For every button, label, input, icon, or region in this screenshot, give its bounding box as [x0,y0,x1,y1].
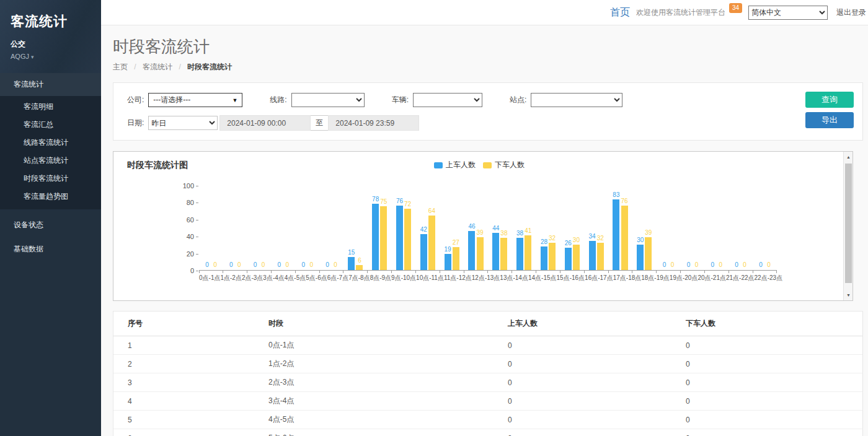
bar-column[interactable]: 0 [324,261,331,270]
bar-column[interactable]: 32 [549,235,556,270]
bar-column[interactable]: 0 [733,261,740,270]
legend-item-boarding[interactable]: 上车人数 [434,160,476,170]
bar[interactable] [380,206,387,270]
bar-column[interactable]: 39 [645,229,652,270]
sidebar-item[interactable]: 客流明细 [0,98,101,116]
breadcrumb-section[interactable]: 客流统计 [143,63,172,71]
bar-column[interactable]: 0 [300,261,307,270]
bar-column[interactable]: 19 [445,246,451,270]
bar-column[interactable]: 26 [565,240,572,270]
bar-column[interactable]: 0 [742,261,748,270]
bar[interactable] [613,199,619,270]
bar-column[interactable]: 83 [613,191,619,270]
bar-column[interactable]: 28 [541,238,547,270]
bar-column[interactable]: 38 [516,230,523,270]
bar[interactable] [549,243,556,270]
legend-item-alighting[interactable]: 下车人数 [483,160,525,170]
sidebar-item[interactable]: 站点客流统计 [0,152,101,170]
bar-column[interactable]: 46 [468,223,475,270]
company-select[interactable]: ---请选择--- ▼ [148,93,242,107]
scrollbar-thumb[interactable] [845,164,852,283]
user-menu[interactable]: AQGJ▾ [11,53,101,60]
bar-column[interactable]: 0 [709,261,716,270]
sidebar-group-0[interactable]: 客流统计 [0,73,101,96]
bar-column[interactable]: 0 [757,261,764,270]
breadcrumb-home[interactable]: 主页 [113,63,128,71]
bar[interactable] [428,216,435,270]
bar-column[interactable]: 0 [332,261,339,270]
bar-column[interactable]: 0 [211,261,218,270]
date-preset-select[interactable]: 昨日 [148,116,218,130]
bar-column[interactable]: 0 [260,261,267,270]
sidebar-item[interactable]: 设备状态 [0,213,101,237]
bar-column[interactable]: 34 [589,233,596,270]
bar-column[interactable]: 32 [597,235,604,270]
bar-column[interactable]: 64 [428,207,435,270]
bar[interactable] [565,248,572,270]
bar-column[interactable]: 0 [236,261,242,270]
bar[interactable] [348,257,355,270]
date-to-input[interactable] [328,115,419,131]
bar-column[interactable]: 30 [573,237,580,270]
bar-column[interactable]: 0 [685,261,692,270]
bar[interactable] [468,231,475,270]
home-link[interactable]: 首页 [610,6,630,19]
bar[interactable] [573,245,580,270]
bar[interactable] [500,238,507,270]
bar[interactable] [492,233,499,270]
bar[interactable] [396,206,403,270]
scroll-up-arrow-icon[interactable]: ▲ [844,152,853,162]
chart-scrollbar[interactable]: ▲ ▼ [843,152,852,300]
bar-column[interactable]: 44 [492,225,499,270]
bar-column[interactable]: 0 [203,261,210,270]
bar[interactable] [516,238,523,270]
bar-column[interactable]: 38 [500,230,507,270]
vehicle-select[interactable] [413,93,482,107]
bar[interactable] [420,234,427,270]
line-select[interactable] [291,93,365,107]
bar-column[interactable]: 0 [661,261,668,270]
bar[interactable] [356,265,363,270]
date-from-input[interactable] [219,115,311,131]
bar[interactable] [477,237,484,270]
notification-badge[interactable]: 34 [729,3,742,13]
bar-column[interactable]: 0 [308,261,315,270]
bar-column[interactable]: 78 [372,196,379,270]
bar-column[interactable]: 6 [356,257,363,270]
bar-column[interactable]: 0 [669,261,676,270]
sidebar-item[interactable]: 客流汇总 [0,116,101,134]
bar[interactable] [637,245,644,270]
sidebar-item[interactable]: 客流量趋势图 [0,188,101,206]
bar[interactable] [597,243,604,270]
query-button[interactable]: 查询 [805,92,854,108]
bar-column[interactable]: 41 [525,227,531,270]
bar[interactable] [621,206,628,270]
bar-column[interactable]: 76 [396,198,403,270]
bar-column[interactable]: 72 [404,201,411,270]
bar[interactable] [372,204,379,270]
bar-column[interactable]: 75 [380,198,387,270]
bar-column[interactable]: 0 [717,261,724,270]
export-button[interactable]: 导出 [805,112,854,128]
bar[interactable] [525,235,531,270]
bar-column[interactable]: 76 [621,198,627,270]
bar-column[interactable]: 0 [693,261,700,270]
bar-column[interactable]: 0 [284,261,291,270]
bar-column[interactable]: 0 [252,261,259,270]
bar-column[interactable]: 27 [453,239,459,270]
bar[interactable] [541,246,547,270]
bar[interactable] [453,247,459,270]
bar-column[interactable]: 15 [348,249,355,270]
bar-column[interactable]: 39 [477,229,484,270]
sidebar-item[interactable]: 基础数据 [0,237,101,261]
sidebar-item[interactable]: 线路客流统计 [0,134,101,152]
bar[interactable] [404,209,411,270]
bar-column[interactable]: 0 [765,261,772,270]
language-select[interactable]: 简体中文 [748,6,828,20]
sidebar-item[interactable]: 时段客流统计 [0,170,101,188]
bar[interactable] [445,254,451,270]
station-select[interactable] [531,93,622,107]
bar[interactable] [589,241,596,270]
scroll-down-arrow-icon[interactable]: ▼ [844,290,853,300]
bar[interactable] [645,237,652,270]
